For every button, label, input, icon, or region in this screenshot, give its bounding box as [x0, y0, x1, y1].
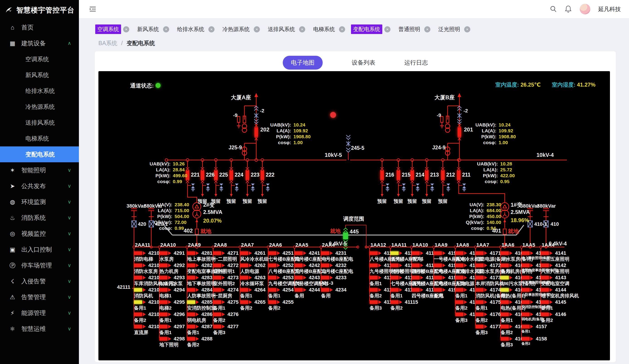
- tab-chip-给排水系统[interactable]: 给排水系统×: [175, 24, 214, 34]
- search-icon[interactable]: [550, 5, 557, 13]
- close-icon[interactable]: ×: [254, 26, 260, 32]
- sidebar-item-建筑设备[interactable]: ▦建筑设备∧: [0, 35, 79, 51]
- feeder-breaker[interactable]: [321, 288, 329, 292]
- feeder-breaker[interactable]: [240, 300, 248, 304]
- close-icon[interactable]: ×: [299, 26, 305, 32]
- feeder-breaker[interactable]: [213, 264, 221, 267]
- sidebar-item-告警管理[interactable]: ⚠告警管理∨: [0, 289, 79, 305]
- tab-chip-送排风系统[interactable]: 送排风系统×: [266, 24, 305, 34]
- feeder-breaker[interactable]: [213, 288, 221, 292]
- feeder-breaker[interactable]: [159, 300, 167, 304]
- feeder-breaker[interactable]: [521, 313, 530, 316]
- feeder-breaker[interactable]: [159, 313, 167, 316]
- feeder-breaker[interactable]: [213, 251, 221, 255]
- sidebar-item-消防系统[interactable]: ♨消防系统∨: [0, 210, 79, 226]
- sidebar-item-空调系统[interactable]: 空调系统: [0, 51, 79, 67]
- feeder-breaker[interactable]: [321, 251, 329, 255]
- feeder-breaker[interactable]: [268, 288, 276, 292]
- feeder-breaker[interactable]: [501, 264, 509, 267]
- feeder-breaker[interactable]: [187, 337, 195, 341]
- feeder-breaker[interactable]: [187, 325, 195, 328]
- feeder-breaker[interactable]: [501, 337, 509, 341]
- feeder-breaker[interactable]: [370, 300, 378, 304]
- view-tab-设备列表[interactable]: 设备列表: [352, 56, 375, 70]
- close-icon[interactable]: ×: [464, 26, 470, 32]
- feeder-breaker[interactable]: [187, 276, 195, 279]
- sidebar-item-环境监测[interactable]: ◍环境监测∨: [0, 194, 79, 210]
- feeder-breaker[interactable]: [521, 337, 530, 341]
- feeder-breaker[interactable]: [240, 288, 248, 292]
- sidebar-item-首页[interactable]: ⌂首页: [0, 19, 79, 35]
- feeder-breaker[interactable]: [213, 300, 221, 304]
- feeder-breaker[interactable]: [187, 300, 195, 304]
- sidebar-item-送排风系统[interactable]: 送排风系统: [0, 115, 79, 130]
- feeder-breaker[interactable]: [268, 300, 276, 304]
- feeder-breaker[interactable]: [455, 288, 464, 292]
- feeder-breaker[interactable]: [541, 288, 549, 292]
- feeder-breaker[interactable]: [475, 276, 484, 279]
- feeder-breaker[interactable]: [187, 313, 195, 316]
- hv-feeder-breaker[interactable]: [397, 170, 400, 180]
- feeder-breaker[interactable]: [370, 276, 378, 279]
- feeder-breaker[interactable]: [521, 264, 530, 267]
- feeder-breaker[interactable]: [475, 288, 484, 292]
- tab-chip-电梯系统[interactable]: 电梯系统×: [311, 24, 345, 34]
- close-icon[interactable]: ×: [163, 26, 169, 32]
- feeder-breaker[interactable]: [390, 300, 399, 304]
- feeder-breaker[interactable]: [475, 251, 484, 255]
- sidebar-item-冷热源系统[interactable]: 冷热源系统: [0, 99, 79, 115]
- feeder-breaker[interactable]: [134, 251, 142, 255]
- feeder-breaker[interactable]: [501, 276, 509, 279]
- hv-feeder-breaker[interactable]: [229, 170, 233, 180]
- sidebar-item-智能照明[interactable]: ✶智能照明∨: [0, 162, 79, 178]
- hv-feeder-breaker[interactable]: [261, 170, 264, 180]
- feeder-breaker[interactable]: [134, 325, 142, 328]
- feeder-breaker[interactable]: [187, 251, 195, 255]
- avatar[interactable]: [580, 4, 591, 14]
- hv-feeder-breaker[interactable]: [457, 170, 461, 180]
- feeder-breaker[interactable]: [390, 264, 399, 267]
- feeder-breaker[interactable]: [268, 251, 276, 255]
- sidebar-item-给排水系统[interactable]: 给排水系统: [0, 83, 79, 99]
- close-icon[interactable]: ×: [339, 26, 345, 32]
- feeder-breaker[interactable]: [295, 288, 303, 292]
- feeder-breaker[interactable]: [295, 251, 303, 255]
- feeder-breaker[interactable]: [501, 300, 509, 304]
- feeder-breaker[interactable]: [455, 276, 464, 279]
- hv-feeder-breaker[interactable]: [246, 170, 249, 180]
- tab-chip-变配电系统[interactable]: 变配电系统×: [351, 24, 390, 34]
- tab-chip-普通照明[interactable]: 普通照明×: [396, 24, 430, 34]
- tab-chip-冷热源系统[interactable]: 冷热源系统×: [220, 24, 260, 34]
- sidebar-item-视频监控[interactable]: ◎视频监控∨: [0, 226, 79, 242]
- feeder-breaker[interactable]: [475, 264, 484, 267]
- feeder-breaker[interactable]: [187, 264, 195, 267]
- feeder-breaker[interactable]: [159, 276, 167, 279]
- feeder-breaker[interactable]: [521, 325, 530, 328]
- close-icon[interactable]: ×: [123, 26, 129, 32]
- hv-feeder-breaker[interactable]: [380, 170, 384, 180]
- sidebar-item-智慧运维[interactable]: ⚛智慧运维∨: [0, 321, 79, 337]
- hv-feeder-breaker[interactable]: [410, 170, 414, 180]
- notification-bell-icon[interactable]: [565, 5, 572, 13]
- feeder-breaker[interactable]: [412, 264, 420, 267]
- feeder-breaker[interactable]: [501, 288, 509, 292]
- feeder-breaker[interactable]: [475, 300, 484, 304]
- feeder-breaker[interactable]: [134, 300, 142, 304]
- sidebar-item-能源管理[interactable]: ⚡能源管理∨: [0, 305, 79, 321]
- feeder-breaker[interactable]: [434, 276, 442, 279]
- feeder-breaker[interactable]: [370, 251, 378, 255]
- feeder-breaker[interactable]: [412, 251, 420, 255]
- sidebar-item-电梯系统[interactable]: 电梯系统: [0, 130, 79, 146]
- feeder-breaker[interactable]: [434, 251, 442, 255]
- feeder-breaker[interactable]: [501, 251, 509, 255]
- feeder-breaker[interactable]: [455, 300, 464, 304]
- breadcrumb-parent[interactable]: BA系统: [98, 40, 117, 46]
- feeder-breaker[interactable]: [370, 264, 378, 267]
- tab-chip-空调系统[interactable]: 空调系统×: [95, 24, 129, 34]
- feeder-breaker[interactable]: [159, 337, 167, 341]
- feeder-breaker[interactable]: [240, 264, 248, 267]
- feeder-breaker[interactable]: [321, 276, 329, 279]
- feeder-breaker[interactable]: [541, 276, 549, 279]
- feeder-breaker[interactable]: [412, 288, 420, 292]
- feeder-breaker[interactable]: [434, 264, 442, 267]
